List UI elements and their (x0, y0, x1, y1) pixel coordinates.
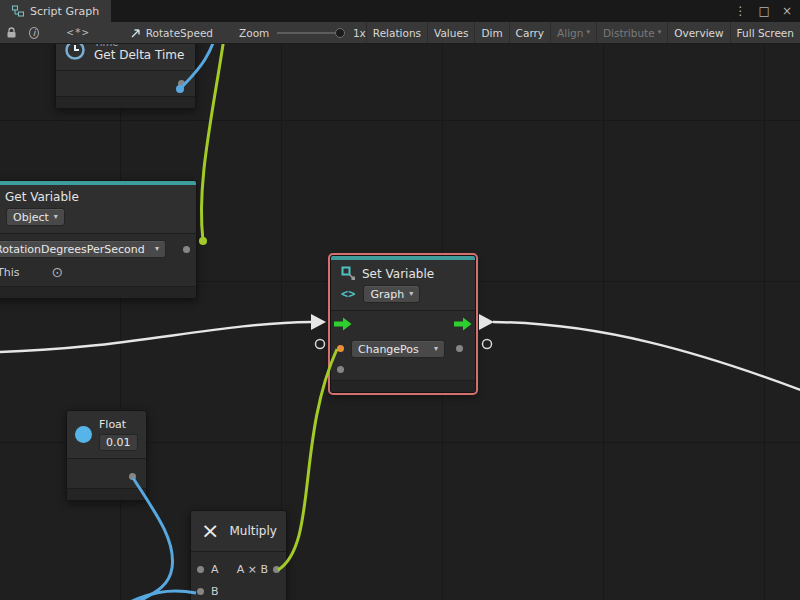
zoom-value: 1x (353, 27, 366, 39)
node-ports: RotationDegreesPerSecond ▾ This ⊙ (0, 233, 196, 286)
node-ports: A A × B B (191, 551, 286, 600)
carry-button[interactable]: Carry (509, 22, 550, 43)
result-label: A × B (237, 563, 268, 576)
node-header: Set Variable <> Graph ▾ (331, 260, 475, 310)
zoom-slider[interactable] (277, 27, 345, 39)
variable-icon (341, 266, 356, 281)
input-a-port[interactable] (197, 566, 204, 573)
node-header: Float 0.01 (67, 411, 146, 458)
node-title: Float (99, 418, 138, 431)
zoom-label: Zoom (239, 27, 269, 39)
target-icon[interactable]: ⊙ (51, 265, 63, 279)
values-button[interactable]: Values (427, 22, 474, 43)
graph-toolbar: i <*> RotateSpeed Zoom 1x Relations Valu… (0, 22, 800, 44)
node-footer (0, 286, 196, 298)
distribute-button[interactable]: Distribute ▾ (596, 22, 667, 43)
node-ports (67, 458, 146, 488)
node-set-variable[interactable]: Set Variable <> Graph ▾ ChangePos ▾ (330, 255, 476, 393)
float-icon (75, 426, 92, 443)
node-title: Multiply (229, 524, 276, 538)
chevron-down-icon: ▾ (586, 29, 590, 36)
tab-title: Script Graph (30, 5, 99, 18)
node-float[interactable]: Float 0.01 (66, 410, 147, 501)
input-b-label: B (211, 585, 219, 598)
window-controls: ⋮ □ × (735, 4, 800, 18)
unity-script-graph-window: Time Get Delta Time Get Variable Object … (0, 0, 800, 600)
float-value-field[interactable]: 0.01 (99, 434, 138, 451)
graph-io-arrow-icon (130, 27, 142, 39)
dim-button[interactable]: Dim (474, 22, 508, 43)
result-port[interactable] (273, 566, 280, 573)
zoom-slider-handle[interactable] (335, 28, 345, 38)
value-input-port[interactable] (337, 345, 344, 352)
toolbar-buttons: Relations Values Dim Carry Align ▾ Distr… (366, 22, 800, 43)
node-get-variable[interactable]: Get Variable Object ▾ RotationDegreesPer… (0, 180, 197, 299)
this-label: This (0, 266, 19, 279)
variable-name-dropdown[interactable]: ChangePos ▾ (351, 340, 445, 358)
output-port[interactable] (129, 473, 136, 480)
node-footer (67, 488, 146, 500)
value-output-port[interactable] (456, 345, 463, 352)
overview-button[interactable]: Overview (667, 22, 729, 43)
flow-output-arrow[interactable] (454, 317, 472, 334)
maximize-icon[interactable]: □ (759, 4, 770, 18)
node-title: Get Variable (5, 190, 188, 204)
code-icon[interactable]: <*> (67, 26, 90, 39)
menu-icon[interactable]: ⋮ (735, 4, 747, 18)
input-b-port[interactable] (197, 588, 204, 595)
multiply-icon: × (201, 520, 219, 542)
fallback-port[interactable] (337, 366, 344, 373)
input-a-label: A (211, 563, 219, 576)
output-port[interactable] (178, 80, 185, 87)
node-header: × Multiply (191, 511, 286, 551)
fullscreen-button[interactable]: Full Screen (730, 22, 800, 43)
close-icon[interactable]: × (782, 4, 792, 18)
info-icon[interactable]: i (29, 27, 39, 39)
breadcrumb[interactable]: RotateSpeed (146, 27, 213, 39)
chevron-down-icon: ▾ (54, 213, 58, 221)
variable-kind-dropdown[interactable]: Object ▾ (6, 208, 65, 226)
chevron-down-icon: ▾ (434, 345, 438, 353)
node-footer (331, 380, 475, 392)
flow-input-arrow[interactable] (334, 317, 352, 334)
node-footer (56, 96, 195, 108)
tab-bar: Script Graph ⋮ □ × (0, 0, 800, 22)
node-ports (56, 70, 195, 96)
node-header: Get Variable Object ▾ (0, 185, 196, 233)
script-graph-icon (12, 5, 24, 17)
chevron-down-icon: ▾ (658, 29, 662, 36)
node-multiply[interactable]: × Multiply A A × B B (190, 510, 287, 600)
node-title: Set Variable (362, 267, 434, 281)
variable-kind-dropdown[interactable]: Graph ▾ (363, 285, 420, 303)
chevron-down-icon: ▾ (155, 245, 159, 253)
align-button[interactable]: Align ▾ (550, 22, 596, 43)
relations-button[interactable]: Relations (366, 22, 427, 43)
variable-name-dropdown[interactable]: RotationDegreesPerSecond ▾ (0, 240, 166, 258)
chevron-down-icon: ▾ (409, 290, 413, 298)
graph-kind-icon: <> (341, 287, 355, 301)
node-title: Get Delta Time (94, 48, 184, 62)
tab-script-graph[interactable]: Script Graph (0, 0, 111, 22)
lock-icon[interactable] (6, 27, 17, 39)
node-ports: ChangePos ▾ (331, 310, 475, 380)
output-port[interactable] (183, 246, 190, 253)
